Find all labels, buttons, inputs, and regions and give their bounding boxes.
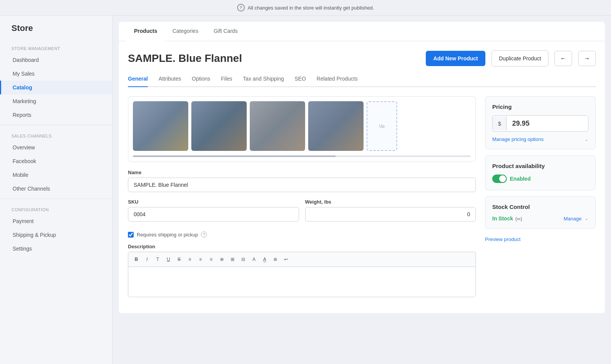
stock-actions: Manage ⌄ [564,216,588,222]
tab-gift-cards[interactable]: Gift Cards [206,22,245,41]
toolbar-insert[interactable]: ⊕ [218,255,226,264]
section-label-store-management: Store management [0,41,112,53]
pricing-title: Pricing [492,104,588,110]
product-page: SAMPLE. Blue Flannel Add New Product Dup… [119,41,605,313]
sku-weight-row: SKU Weight, lbs [128,199,476,228]
sidebar-item-label: Facebook [13,158,36,164]
sidebar-item-reports[interactable]: Reports [0,108,112,122]
toolbar-text[interactable]: T [154,255,162,264]
manage-pricing-link[interactable]: Manage pricing options ⌄ [492,136,588,142]
sku-input[interactable] [128,207,299,222]
sidebar-item-label: Shipping & Pickup [13,232,56,238]
toolbar-table[interactable]: ⊞ [228,255,237,264]
sidebar-item-label: Catalog [13,84,32,91]
product-header: SAMPLE. Blue Flannel Add New Product Dup… [128,50,596,66]
toolbar-bold[interactable]: B [132,255,141,264]
sidebar-item-overview[interactable]: Overview [0,141,112,154]
sidebar-item-other-channels[interactable]: Other Channels [0,182,112,196]
next-product-button[interactable]: → [578,51,596,66]
main-tab-bar: Products Categories Gift Cards [119,22,605,41]
toolbar-list2[interactable]: ≡ [196,255,205,264]
toolbar-font[interactable]: A [250,255,258,264]
sidebar-divider-2 [0,199,112,199]
upload-image-box[interactable]: Up [367,101,397,151]
sub-tab-general[interactable]: General [128,76,148,87]
content-inner: Products Categories Gift Cards SAMPLE. B… [113,22,611,313]
weight-input[interactable] [305,207,476,222]
add-new-product-button[interactable]: Add New Product [426,51,486,66]
preview-product-section: Preview product [485,235,596,242]
product-image-2[interactable] [191,101,247,151]
product-image-4[interactable] [308,101,364,151]
tab-categories[interactable]: Categories [165,22,206,41]
sidebar-divider [0,125,112,125]
description-label: Description [128,244,476,249]
price-input[interactable] [507,116,588,131]
name-input[interactable] [128,178,476,192]
toolbar-underline[interactable]: U [164,255,173,264]
sidebar-item-payment[interactable]: Payment [0,214,112,228]
stock-manage-link[interactable]: Manage [564,216,582,222]
sub-tab-attributes[interactable]: Attributes [158,76,181,87]
manage-pricing-chevron: ⌄ [585,137,588,142]
sidebar-item-label: Other Channels [13,186,50,192]
image-gallery: Up [128,96,476,162]
preview-product-link[interactable]: Preview product [485,236,596,242]
side-column: Pricing $ Manage pricing options ⌄ [485,96,596,304]
section-label-configuration: Configuration [0,202,112,214]
sub-tab-related-products[interactable]: Related Products [317,76,357,87]
images-row: Up [133,101,471,154]
toolbar-remove[interactable]: ⊟ [239,255,247,264]
toolbar-link[interactable]: A̲ [260,255,269,264]
description-editor[interactable] [128,267,476,297]
toolbar-italic[interactable]: I [143,255,151,264]
sidebar-item-catalog[interactable]: Catalog [0,81,112,94]
sidebar-item-label: Dashboard [13,57,39,63]
shipping-checkbox[interactable] [128,232,134,238]
sidebar-item-my-sales[interactable]: My Sales [0,67,112,81]
description-field-group: Description B I T U S ≡ ≡ ≡ [128,244,476,297]
sidebar-item-dashboard[interactable]: Dashboard [0,53,112,67]
info-icon: ? [237,4,245,11]
sidebar-item-label: Reports [13,112,31,118]
sidebar-item-facebook[interactable]: Facebook [0,154,112,168]
availability-status: Enabled [510,176,530,182]
section-label-sales-channels: Sales channels [0,128,112,141]
shipping-label: Requires shipping or pickup [137,232,198,238]
name-label: Name [128,170,476,175]
availability-toggle[interactable] [492,175,507,183]
gallery-scroll-thumb [133,155,336,157]
toolbar-undo[interactable]: ↩ [282,255,290,264]
sub-tab-bar: General Attributes Options Files Tax and [128,76,596,87]
duplicate-product-button[interactable]: Duplicate Product [491,50,548,66]
sub-tab-tax-shipping[interactable]: Tax and Shipping [243,76,284,87]
tab-products[interactable]: Products [126,22,165,41]
content-area: Products Categories Gift Cards SAMPLE. B… [113,16,611,364]
stock-status: In Stock [492,215,513,222]
shipping-checkbox-row: Requires shipping or pickup ? [128,231,476,238]
sidebar-item-mobile[interactable]: Mobile [0,168,112,182]
toggle-dot [499,175,506,182]
toolbar-list1[interactable]: ≡ [186,255,194,264]
weight-field-group: Weight, lbs [305,199,476,222]
sidebar-item-marketing[interactable]: Marketing [0,94,112,108]
main-column: Up Name [128,96,476,304]
sub-tab-options[interactable]: Options [192,76,210,87]
sidebar-item-label: My Sales [13,71,35,77]
stock-info-row: In Stock (∞) Manage ⌄ [492,215,588,222]
shipping-help-icon[interactable]: ? [201,231,207,238]
product-image-1[interactable] [133,101,188,151]
prev-product-button[interactable]: ← [554,51,572,66]
sidebar-item-settings[interactable]: Settings [0,242,112,256]
sidebar-item-label: Payment [13,218,34,224]
product-image-3[interactable] [250,101,305,151]
toolbar-strikethrough[interactable]: S [175,255,183,264]
gallery-scrollbar[interactable] [133,155,471,157]
availability-title: Product availability [492,163,588,169]
availability-card: Product availability Enabled [485,155,596,190]
sub-tab-files[interactable]: Files [221,76,233,87]
sub-tab-seo[interactable]: SEO [295,76,306,87]
toolbar-list3[interactable]: ≡ [207,255,215,264]
sidebar-item-shipping[interactable]: Shipping & Pickup [0,228,112,242]
toolbar-media[interactable]: ⊛ [271,255,280,264]
